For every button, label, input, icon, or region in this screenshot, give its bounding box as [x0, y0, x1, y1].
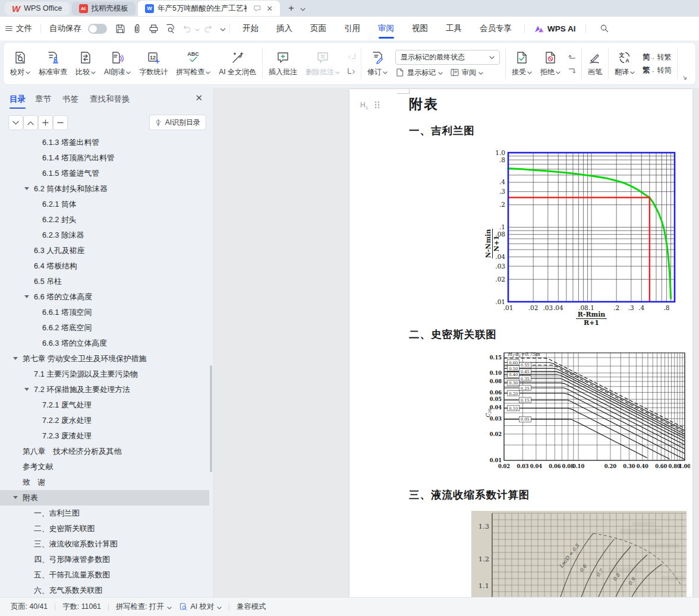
toc-item[interactable]: 6.6 塔的立体高度: [0, 289, 209, 305]
toc-item[interactable]: 6.6.3 塔的立体高度: [0, 336, 209, 351]
toc-item[interactable]: 五、干筛孔流量系数图: [0, 567, 209, 583]
export-pdf-icon[interactable]: [130, 22, 143, 35]
tab-member[interactable]: 会员专享: [471, 17, 521, 40]
sidebar-tab-bookmarks[interactable]: 书签: [62, 94, 78, 105]
undo-icon[interactable]: [180, 22, 193, 35]
ai-polish-button[interactable]: AI 全文润色: [215, 45, 260, 82]
save-icon[interactable]: [114, 22, 127, 35]
tab-reference[interactable]: 引用: [335, 17, 369, 40]
spell-check-button[interactable]: ABC 拼写检查: [172, 45, 215, 82]
previous-change-icon[interactable]: [567, 51, 577, 61]
expand-triangle-icon[interactable]: [24, 388, 29, 391]
spell-check-status[interactable]: 拼写检查: 打开: [116, 602, 172, 612]
expand-triangle-icon[interactable]: [24, 187, 29, 190]
track-changes-button[interactable]: 修订: [363, 45, 392, 82]
toc-item[interactable]: 6.4 塔板结构: [0, 258, 209, 274]
ai-recognize-toc-button[interactable]: AI识别目录: [149, 115, 206, 130]
collapse-all-button[interactable]: [8, 115, 23, 130]
toc-item[interactable]: 7.1 主要污染源以及主要污染物: [0, 367, 209, 382]
toc-item[interactable]: 6.6.2 塔底空间: [0, 320, 209, 336]
liquid-contraction-chart[interactable]: 1.31.21.1Lw/D = 0.50.60.70.80.9: [471, 511, 687, 597]
toc-item[interactable]: 三、液流收缩系数计算图: [0, 536, 209, 552]
expand-triangle-icon[interactable]: [24, 295, 29, 298]
drag-handle-icon[interactable]: [374, 101, 380, 109]
next-change-icon[interactable]: [567, 66, 577, 76]
next-comment-icon[interactable]: [347, 66, 357, 76]
toc-item[interactable]: 6.5 吊柱: [0, 274, 209, 289]
more-actions-chevron-icon[interactable]: [220, 24, 226, 33]
proofread-button[interactable]: 校对: [6, 45, 34, 82]
redo-icon[interactable]: [201, 22, 215, 35]
toc-item[interactable]: 6.1.3 塔釜出料管: [0, 135, 209, 150]
tab-page[interactable]: 页面: [301, 17, 335, 40]
sidebar-tab-toc[interactable]: 目录: [10, 94, 26, 105]
toc-item[interactable]: 一、吉利兰图: [0, 506, 209, 521]
toc-item[interactable]: 6.2.3 除沫器: [0, 228, 209, 243]
reject-change-button[interactable]: 拒绝: [536, 45, 565, 82]
print-preview-icon[interactable]: [163, 22, 177, 35]
simplified-to-traditional-button[interactable]: 简→ 转繁: [643, 52, 672, 62]
tab-document[interactable]: W 年产5万吨醋酸的生产工艺初 ✕: [138, 1, 280, 16]
autosave-toggle[interactable]: [88, 24, 107, 34]
search-icon[interactable]: [598, 22, 611, 35]
toc-item[interactable]: 6.2.2 封头: [0, 212, 209, 228]
toc-item[interactable]: 7.2.1 废气处理: [0, 397, 209, 413]
undo-chevron-icon[interactable]: [195, 24, 200, 33]
document-page[interactable]: H1 附表 一、吉利兰图 1.0.8.4.3.2.1.08.04.03.02.0…: [350, 89, 692, 597]
tab-view[interactable]: 视图: [403, 17, 437, 40]
word-count-indicator[interactable]: 字数: 11061: [62, 602, 101, 612]
toc-item[interactable]: 六、充气系数关联图: [0, 583, 209, 597]
toc-item[interactable]: 6.3 人孔及裙座: [0, 243, 209, 258]
toc-item[interactable]: 6.2 筒体封头和除沫器: [0, 181, 209, 197]
gilliland-chart[interactable]: 1.0.8.4.3.2.1.08.04.03.02.01.01.02.03.04…: [483, 146, 682, 327]
tab-tools[interactable]: 工具: [437, 17, 471, 40]
tab-insert[interactable]: 插入: [267, 17, 301, 40]
sidebar-tab-chapters[interactable]: 章节: [35, 94, 51, 105]
toc-item[interactable]: 致 谢: [0, 475, 209, 490]
word-count-button[interactable]: 12 字数统计: [135, 45, 172, 82]
toc-item[interactable]: 7.2.2 废水处理: [0, 413, 209, 428]
tab-home[interactable]: 开始: [234, 17, 267, 40]
toc-item[interactable]: 附表: [0, 490, 209, 506]
heading-level-badge[interactable]: H1: [360, 101, 368, 110]
standard-review-button[interactable]: 标准审查: [34, 45, 71, 82]
sidebar-tab-find-replace[interactable]: 查找和替换: [90, 94, 130, 105]
tab-list-chevron-icon[interactable]: [300, 3, 306, 14]
expand-triangle-icon[interactable]: [13, 357, 18, 360]
toc-item[interactable]: 第七章 劳动安全卫生及环境保护措施: [0, 351, 209, 367]
print-icon[interactable]: [147, 22, 160, 35]
ink-brush-button[interactable]: 画笔: [584, 45, 606, 82]
toc-item[interactable]: 四、弓形降液管参数图: [0, 552, 209, 567]
close-sidebar-icon[interactable]: ✕: [195, 93, 203, 103]
toc-item[interactable]: 7.2.3 废渣处理: [0, 428, 209, 444]
show-markup-button[interactable]: 显示标记: [395, 68, 443, 78]
tab-wps-office[interactable]: W WPS Office: [5, 2, 70, 15]
toc-item[interactable]: 7.2 环保措施及主要处理方法: [0, 382, 209, 397]
delete-comment-button[interactable]: 删除批注: [301, 45, 344, 82]
comment-bubble-icon[interactable]: [253, 4, 262, 12]
wps-ai-button[interactable]: WPS AI: [528, 24, 582, 33]
tab-review[interactable]: 审阅: [369, 17, 403, 40]
page-indicator[interactable]: 页面: 40/41: [11, 602, 48, 612]
toc-item[interactable]: 第八章 技术经济分析及其他: [0, 444, 209, 459]
zoom-in-button[interactable]: [38, 115, 53, 130]
zoom-out-button[interactable]: [53, 115, 68, 130]
translate-button[interactable]: 文A 翻译: [610, 45, 639, 82]
toc-item[interactable]: 二、史密斯关联图: [0, 521, 209, 536]
insert-comment-button[interactable]: 插入批注: [265, 45, 301, 82]
compatibility-mode-badge[interactable]: 兼容模式: [237, 602, 266, 612]
previous-comment-icon[interactable]: [347, 51, 357, 61]
smith-correlation-chart[interactable]: HT-hL=0.75m0.600.550.500.450.400.350.300…: [485, 343, 690, 474]
toc-item[interactable]: 6.1.4 塔顶蒸汽出料管: [0, 150, 209, 166]
file-menu[interactable]: 文件: [0, 23, 37, 34]
dialog-launcher-icon[interactable]: [682, 75, 688, 81]
compare-button[interactable]: 比较: [71, 45, 100, 82]
toc-item[interactable]: 6.1.5 塔釜进气管: [0, 166, 209, 181]
ai-proofread-status[interactable]: AI 校对: [179, 602, 222, 612]
markup-state-dropdown[interactable]: 显示标记的最终状态: [395, 50, 500, 65]
tab-template[interactable]: AI 找稻壳模板: [72, 2, 136, 15]
expand-triangle-icon[interactable]: [13, 496, 18, 499]
close-tab-icon[interactable]: ✕: [266, 4, 273, 13]
toc-item[interactable]: 6.6.1 塔顶空间: [0, 305, 209, 320]
toc-item[interactable]: 参考文献: [0, 459, 209, 475]
